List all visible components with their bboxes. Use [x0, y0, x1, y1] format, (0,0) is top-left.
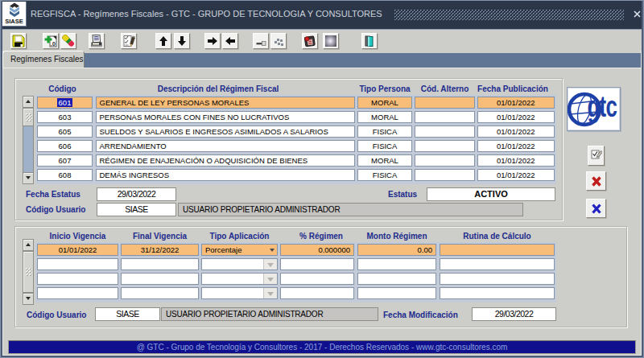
svg-text:gtc: gtc — [588, 89, 617, 123]
svg-text:.0: .0 — [51, 41, 56, 47]
